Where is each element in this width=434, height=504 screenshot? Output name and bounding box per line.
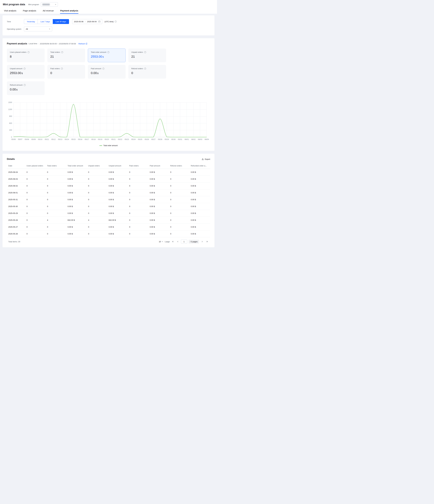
prev-page-button[interactable] bbox=[176, 240, 180, 243]
page-size-select[interactable]: 10 bbox=[159, 241, 163, 243]
cell: 0 bbox=[169, 196, 190, 203]
table-row: 2025-06-04000.00 $00.00 $00.00 $00.00 $ bbox=[7, 169, 210, 176]
chart-legend[interactable]: Total order amount bbox=[7, 144, 210, 146]
column-header-users-placed-orders: Users placed orders bbox=[25, 163, 46, 169]
details-title: Details bbox=[7, 158, 15, 161]
cell: 2025-06-04 bbox=[7, 169, 25, 176]
total-pages-label: / 3 pages bbox=[189, 240, 199, 243]
table-row: 2025-05-29000.00 $00.00 $00.00 $00.00 $ bbox=[7, 210, 210, 217]
export-button[interactable]: Export bbox=[202, 158, 210, 160]
svg-text:1200: 1200 bbox=[8, 108, 12, 110]
stat-value: 0.00$ bbox=[91, 71, 123, 75]
total-items-label: Total items: 30 bbox=[8, 241, 20, 243]
first-page-button[interactable] bbox=[171, 240, 175, 243]
tab-visit-analysis[interactable]: Visit analysis bbox=[4, 9, 17, 14]
table-row: 2025-05-27000.00 $00.00 $00.00 $00.00 $ bbox=[7, 224, 210, 230]
cell: 0.00 $ bbox=[190, 196, 210, 203]
currency-unit: $ bbox=[97, 72, 98, 74]
svg-text:05/19: 05/19 bbox=[98, 138, 102, 140]
cell: 0 bbox=[46, 203, 66, 210]
utc-help-icon[interactable]: ? bbox=[115, 20, 117, 23]
topbar: Mini program data Mini program Visit ana… bbox=[0, 0, 217, 14]
stat-card-refund-orders[interactable]: Refund orders?0 bbox=[128, 65, 166, 79]
stat-card-unpaid-amount[interactable]: Unpaid amount?2553.00$ bbox=[7, 65, 45, 79]
cell: 0.00 $ bbox=[190, 176, 210, 182]
next-page-button[interactable] bbox=[200, 240, 204, 243]
cell: 0 bbox=[25, 217, 46, 224]
help-icon[interactable]: ? bbox=[61, 68, 63, 70]
cell: 0.00 $ bbox=[148, 210, 169, 217]
legend-label: Total order amount bbox=[103, 144, 118, 146]
stat-card-users-placed-orders[interactable]: Users placed orders?8 bbox=[7, 48, 45, 62]
help-icon[interactable]: ? bbox=[27, 51, 29, 53]
os-select[interactable]: All bbox=[24, 27, 52, 31]
stat-value: 8 bbox=[10, 55, 42, 59]
stat-label: Refund amount? bbox=[10, 84, 42, 86]
help-icon[interactable]: ? bbox=[144, 51, 146, 53]
cell: 0 bbox=[25, 169, 46, 176]
tab-payment-analysis[interactable]: Payment analysis bbox=[60, 9, 78, 14]
time-option-last-30-days[interactable]: Last 30 days bbox=[53, 19, 69, 24]
help-icon[interactable]: ? bbox=[24, 68, 26, 70]
time-option-yesterday[interactable]: Yesterday bbox=[24, 19, 38, 24]
svg-text:600: 600 bbox=[9, 122, 12, 124]
stat-card-total-orders[interactable]: Total orders?21 bbox=[47, 48, 85, 62]
time-option-last-7-days[interactable]: Last 7 days bbox=[38, 19, 53, 24]
svg-text:05/28: 05/28 bbox=[158, 138, 162, 140]
tab-ad-revenue[interactable]: Ad revenue bbox=[43, 9, 54, 14]
date-range-input[interactable]: 2025-05-06 ~ 2025-06-04 bbox=[72, 19, 102, 24]
column-header-unpaid-amount: Unpaid amount bbox=[107, 163, 128, 169]
cell: 632.00 $ bbox=[66, 217, 87, 224]
stat-value: 0.00$ bbox=[10, 88, 42, 91]
svg-text:05/29: 05/29 bbox=[165, 138, 169, 140]
svg-text:06/03: 06/03 bbox=[198, 138, 202, 140]
stats-grid: Users placed orders?8Total orders?21Tota… bbox=[7, 48, 210, 95]
tab-page-analysis[interactable]: Page analysis bbox=[23, 9, 36, 14]
cell: 2025-05-26 bbox=[7, 230, 25, 237]
cell: 0.00 $ bbox=[66, 182, 87, 189]
help-icon[interactable]: ? bbox=[61, 51, 63, 53]
cell: 2025-06-02 bbox=[7, 182, 25, 189]
cell: 0 bbox=[87, 176, 107, 182]
cell: 0 bbox=[87, 196, 107, 203]
refresh-button[interactable]: Refresh bbox=[78, 43, 87, 45]
svg-text:05/17: 05/17 bbox=[85, 138, 89, 140]
svg-text:05/30: 05/30 bbox=[171, 138, 176, 140]
help-icon[interactable]: ? bbox=[144, 68, 146, 70]
stat-card-paid-amount[interactable]: Paid amount?0.00$ bbox=[88, 65, 126, 79]
cell: 0 bbox=[128, 182, 148, 189]
details-table: DateUsers placed ordersTotal ordersTotal… bbox=[7, 163, 210, 237]
page-size-value: 10 bbox=[159, 241, 161, 243]
svg-text:05/23: 05/23 bbox=[125, 138, 129, 140]
svg-text:05/14: 05/14 bbox=[65, 138, 69, 140]
help-icon[interactable]: ? bbox=[107, 51, 109, 53]
stat-label: Unpaid amount? bbox=[10, 67, 42, 70]
column-header-total-order-amount: Total order amount bbox=[66, 163, 87, 169]
last-page-button[interactable] bbox=[205, 240, 209, 243]
cell: 0 bbox=[87, 169, 107, 176]
svg-text:1500: 1500 bbox=[8, 101, 12, 103]
chevron-down-icon bbox=[162, 241, 163, 243]
time-filter-label: Time bbox=[7, 20, 24, 23]
cell: 0.00 $ bbox=[148, 169, 169, 176]
table-row: 2025-05-31000.00 $00.00 $00.00 $00.00 $ bbox=[7, 196, 210, 203]
mini-program-select[interactable] bbox=[41, 2, 58, 7]
svg-text:05/11: 05/11 bbox=[45, 138, 49, 140]
column-header-paid-orders: Paid orders bbox=[128, 163, 148, 169]
cell: 0.00 $ bbox=[148, 196, 169, 203]
stat-card-total-order-amount[interactable]: Total order amount?2553.00$ bbox=[88, 48, 126, 62]
download-icon bbox=[202, 158, 204, 160]
cell: 0 bbox=[46, 230, 66, 237]
help-icon[interactable]: ? bbox=[102, 68, 104, 70]
stat-card-paid-orders[interactable]: Paid orders?0 bbox=[47, 65, 85, 79]
stat-card-unpaid-orders[interactable]: Unpaid orders?21 bbox=[128, 48, 166, 62]
table-footer: Total items: 30 10 / page / 3 pages bbox=[7, 237, 210, 245]
svg-text:05/27: 05/27 bbox=[151, 138, 156, 140]
stat-card-refund-amount[interactable]: Refund amount?0.00$ bbox=[7, 81, 45, 95]
help-icon[interactable]: ? bbox=[24, 84, 26, 86]
svg-text:05/09: 05/09 bbox=[31, 138, 36, 140]
stat-value: 0 bbox=[50, 71, 82, 75]
cell: 0.00 $ bbox=[190, 224, 210, 230]
cell: 0 bbox=[128, 217, 148, 224]
page-number-input[interactable] bbox=[181, 240, 187, 243]
